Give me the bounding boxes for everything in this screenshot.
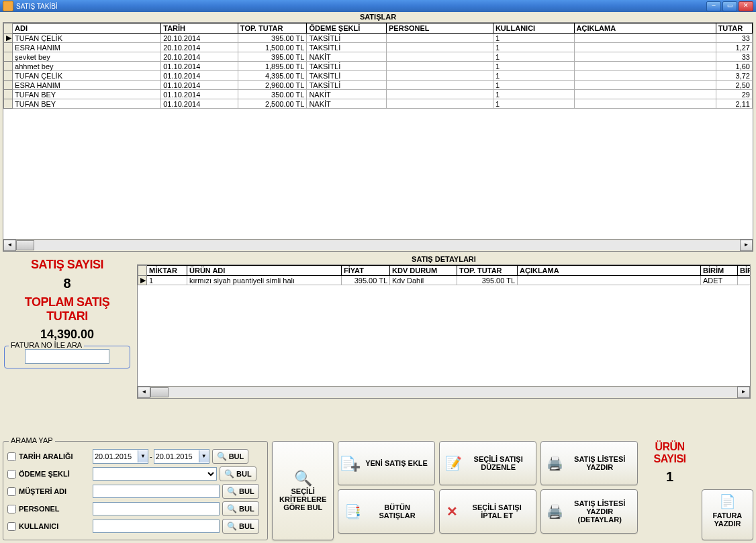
find-personnel-button[interactable]: 🔍BUL (222, 501, 259, 516)
product-count-label-2: SAYISI (642, 453, 698, 465)
table-row[interactable]: ▶TUFAN ÇELİK20.10.2014395.00 TLTAKSİTLİ1… (4, 34, 753, 43)
cell (574, 90, 716, 99)
user-checkbox[interactable] (7, 522, 16, 531)
edit-sale-button[interactable]: 📝 SEÇİLİ SATIŞI DÜZENLE (439, 441, 536, 485)
customer-input[interactable] (93, 485, 220, 498)
minimize-button[interactable]: – (706, 1, 721, 11)
cell: 1,60 (716, 62, 752, 71)
column-header[interactable]: ADI (13, 23, 161, 34)
scroll-right-icon[interactable]: ► (737, 387, 750, 398)
date-range-checkbox[interactable] (7, 452, 16, 461)
column-header[interactable]: TARİH (161, 23, 238, 34)
find-user-button[interactable]: 🔍BUL (222, 519, 259, 534)
customer-checkbox[interactable] (7, 487, 16, 496)
column-header[interactable]: KULLANICI (493, 23, 574, 34)
column-header[interactable]: BİRİM (738, 266, 751, 276)
cell: kırmızı siyah puantiyeli simli halı (187, 276, 342, 285)
personnel-checkbox[interactable] (7, 505, 16, 513)
column-header[interactable]: FİYAT (342, 266, 390, 276)
row-selector[interactable] (4, 99, 13, 109)
find-date-button[interactable]: 🔍BUL (212, 449, 249, 464)
table-row[interactable]: şevket bey20.10.2014395.00 TLNAKİT133 (4, 52, 753, 62)
documents-icon: 📑 (344, 503, 361, 520)
new-sale-button[interactable]: 📄➕ YENİ SATIŞ EKLE (338, 441, 435, 485)
table-row[interactable]: ▶1kırmızı siyah puantiyeli simli halı395… (138, 276, 751, 285)
table-row[interactable]: ahhmet bey01.10.20141,895.00 TLTAKSİTLİ1… (4, 62, 753, 71)
column-header[interactable]: ÜRÜN ADI (187, 266, 342, 276)
details-grid[interactable]: MİKTARÜRÜN ADIFİYATKDV DURUMTOP. TUTARAÇ… (137, 264, 751, 399)
cell: 01.10.2014 (161, 71, 238, 81)
cell: ESRA HANIM (13, 43, 161, 52)
cell: 01.10.2014 (161, 81, 238, 90)
row-selector[interactable] (4, 71, 13, 81)
column-header[interactable]: MİKTAR (147, 266, 187, 276)
scroll-left-icon[interactable]: ◄ (138, 387, 150, 398)
cell: 1,500.00 TL (238, 43, 307, 52)
row-selector[interactable] (4, 43, 13, 52)
column-header[interactable]: TOP. TUTAR (238, 23, 307, 34)
print-details-button[interactable]: 🖨️ SATIŞ LİSTESİ YAZDIR (DETAYLAR) (540, 489, 638, 534)
table-row[interactable]: TUFAN BEY01.10.2014350.00 TLNAKİT129 (4, 90, 753, 99)
fatura-no-input[interactable] (25, 349, 109, 364)
row-selector[interactable] (4, 81, 13, 90)
sales-grid-title: SATIŞLAR (0, 12, 756, 21)
add-icon: 📄➕ (344, 454, 361, 472)
column-header[interactable]: TUTAR (716, 23, 752, 34)
table-row[interactable]: ESRA HANIM20.10.20141,500.00 TLTAKSİTLİ1… (4, 43, 753, 52)
date-from-input[interactable]: ▼ (93, 449, 148, 464)
payment-checkbox[interactable] (7, 470, 16, 479)
chevron-down-icon[interactable]: ▼ (138, 450, 148, 462)
print-list-button[interactable]: 🖨️ SATIŞ LİSTESİ YAZDIR (540, 441, 638, 485)
row-selector[interactable] (4, 90, 13, 99)
personnel-input[interactable] (93, 502, 220, 515)
cell (387, 99, 493, 109)
all-sales-button[interactable]: 📑 BÜTÜN SATIŞLAR (338, 489, 435, 534)
print-invoice-button[interactable]: 📄 FATURA YAZDIR (702, 489, 753, 540)
chevron-down-icon[interactable]: ▼ (199, 450, 209, 462)
column-header[interactable]: AÇIKLAMA (574, 23, 716, 34)
payment-combo[interactable] (93, 467, 217, 481)
column-header[interactable]: KDV DURUM (390, 266, 457, 276)
column-header[interactable]: AÇIKLAMA (518, 266, 701, 276)
fatura-legend: FATURA NO İLE ARA (9, 341, 84, 349)
row-selector[interactable]: ▶ (138, 276, 147, 285)
cell: TAKSİTLİ (307, 81, 387, 90)
scroll-thumb[interactable] (16, 240, 34, 250)
find-customer-button[interactable]: 🔍BUL (222, 484, 259, 499)
edit-icon: 📝 (445, 454, 462, 472)
total-label-2: TUTARI (0, 309, 134, 324)
scroll-left-icon[interactable]: ◄ (3, 240, 16, 251)
table-row[interactable]: TUFAN ÇELİK01.10.20144,395.00 TLTAKSİTLİ… (4, 71, 753, 81)
row-selector[interactable] (4, 52, 13, 62)
total-label-1: TOPLAM SATIŞ (0, 295, 134, 309)
column-header[interactable]: TOP. TUTAR (457, 266, 518, 276)
cancel-icon: ✕ (445, 503, 459, 520)
personnel-label: PERSONEL (19, 505, 93, 513)
details-scrollbar[interactable]: ◄ ► (138, 386, 750, 398)
row-selector[interactable] (4, 62, 13, 71)
sales-grid[interactable]: ADITARİHTOP. TUTARÖDEME ŞEKLİPERSONELKUL… (3, 22, 753, 252)
date-to-input[interactable]: ▼ (154, 449, 209, 464)
column-header[interactable]: BİRİM (701, 266, 738, 276)
column-header[interactable]: PERSONEL (387, 23, 493, 34)
find-payment-button[interactable]: 🔍BUL (220, 466, 256, 481)
row-selector[interactable]: ▶ (4, 34, 13, 43)
scroll-right-icon[interactable]: ► (740, 240, 753, 251)
cell (738, 276, 751, 285)
cell: 1 (493, 81, 574, 90)
cell: TUFAN ÇELİK (13, 34, 161, 43)
close-button[interactable]: ✕ (739, 1, 753, 11)
maximize-button[interactable]: ▭ (722, 1, 737, 11)
search-icon: 🔍 (224, 469, 234, 479)
search-icon: 🔍 (227, 487, 237, 496)
cell: TAKSİTLİ (307, 43, 387, 52)
scroll-thumb[interactable] (150, 387, 169, 397)
cell: şevket bey (13, 52, 161, 62)
cancel-sale-button[interactable]: ✕ SEÇİLİ SATIŞI İPTAL ET (439, 489, 536, 534)
user-input[interactable] (93, 520, 220, 533)
find-by-criteria-button[interactable]: 🔍 SEÇİLİ KRİTERLERE GÖRE BUL (272, 441, 334, 540)
table-row[interactable]: ESRA HANIM01.10.20142,960.00 TLTAKSİTLİ1… (4, 81, 753, 90)
column-header[interactable]: ÖDEME ŞEKLİ (307, 23, 387, 34)
table-row[interactable]: TUFAN BEY01.10.20142,500.00 TLNAKİT12,11 (4, 99, 753, 109)
sales-scrollbar[interactable]: ◄ ► (3, 239, 753, 251)
